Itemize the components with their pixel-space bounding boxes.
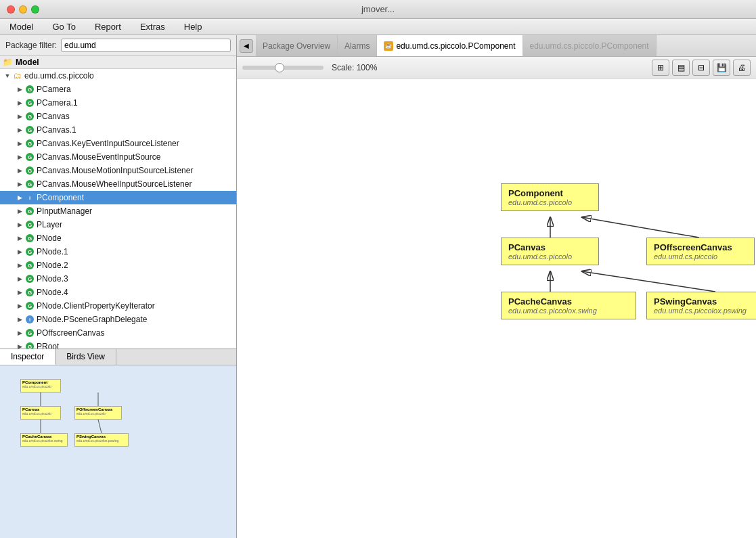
tree-view[interactable]: ▼ 🗂 edu.umd.cs.piccolo ▶ G PCamera ▶ G P… bbox=[0, 69, 236, 349]
tree-item-mousewheel[interactable]: ▶ G PCanvas.MouseWheelInputSourceListene… bbox=[0, 177, 236, 191]
maximize-button[interactable] bbox=[31, 5, 39, 14]
tree-item-proot[interactable]: ▶ G PRoot bbox=[0, 340, 236, 349]
tree-item-pnode3[interactable]: ▶ G PNode.3 bbox=[0, 272, 236, 286]
toolbar-btn-5[interactable]: 🖨 bbox=[733, 60, 751, 76]
package-filter-input[interactable] bbox=[61, 39, 231, 52]
node-title-pcache: PCacheCanvas bbox=[508, 296, 629, 307]
scale-label: Scale: 100% bbox=[332, 63, 377, 72]
minimap-svg bbox=[7, 372, 190, 528]
diagram-canvas[interactable]: PComponent edu.umd.cs.piccolo PCanvas ed… bbox=[237, 79, 756, 538]
tab-birds-view[interactable]: Birds View bbox=[55, 349, 116, 365]
main-layout: Package filter: 📁 Model ▼ 🗂 edu.umd.cs.p… bbox=[0, 35, 756, 538]
tree-item-piccolo-folder[interactable]: ▼ 🗂 edu.umd.cs.piccolo bbox=[0, 69, 236, 83]
class-g-icon-6: G bbox=[24, 152, 35, 162]
class-g-icon-9: G bbox=[24, 206, 35, 216]
class-g-icon-7: G bbox=[24, 166, 35, 175]
tab-inspector[interactable]: Inspector bbox=[0, 349, 55, 365]
tab-pcomponent-active[interactable]: ☕ edu.umd.cs.piccolo.PComponent bbox=[377, 35, 522, 56]
minimap-node-poffscreen-mini: POffscreenCanvas edu.umd.cs.piccolo bbox=[74, 406, 122, 420]
class-g-icon-10: G bbox=[24, 220, 35, 229]
class-g-icon-16: G bbox=[24, 301, 35, 311]
class-g-icon-4: G bbox=[24, 125, 35, 135]
node-pkg-pswing: edu.umd.cs.piccolox.pswing bbox=[654, 307, 756, 315]
expand-pcamera1[interactable]: ▶ bbox=[15, 98, 24, 108]
tree-item-pnode[interactable]: ▶ G PNode bbox=[0, 231, 236, 245]
titlebar: jmover... bbox=[0, 0, 756, 19]
tree-item-mousemotion[interactable]: ▶ G PCanvas.MouseMotionInputSourceListen… bbox=[0, 164, 236, 177]
tree-item-label: edu.umd.cs.piccolo bbox=[24, 71, 94, 81]
window-title: jmover... bbox=[361, 4, 395, 14]
left-panel: Package filter: 📁 Model ▼ 🗂 edu.umd.cs.p… bbox=[0, 35, 237, 538]
tab-pcomponent-inactive[interactable]: edu.umd.cs.piccolo.PComponent bbox=[523, 35, 657, 56]
class-g-icon-14: G bbox=[24, 274, 35, 284]
svg-line-3 bbox=[98, 420, 102, 433]
tab-package-overview-label: Package Overview bbox=[263, 41, 330, 51]
node-pkg-pcanvas: edu.umd.cs.piccolo bbox=[508, 252, 592, 261]
menu-model[interactable]: Model bbox=[5, 20, 37, 33]
scale-thumb[interactable] bbox=[275, 63, 284, 72]
package-filter-row: Package filter: bbox=[0, 35, 236, 56]
bottom-tabs: Inspector Birds View bbox=[0, 349, 236, 365]
node-pkg-poffscreen: edu.umd.cs.piccolo bbox=[654, 252, 747, 261]
tree-item-pcomponent[interactable]: ▶ i PComponent bbox=[0, 191, 236, 204]
tab-class-icon: ☕ bbox=[384, 41, 393, 51]
tab-back-button[interactable]: ◀ bbox=[240, 39, 253, 53]
model-folder-icon: 📁 bbox=[3, 58, 13, 67]
tree-item-keyevent[interactable]: ▶ G PCanvas.KeyEventInputSourceListener bbox=[0, 137, 236, 150]
class-g-icon-17: G bbox=[24, 328, 35, 338]
scale-slider[interactable] bbox=[242, 66, 324, 70]
class-g-icon-5: G bbox=[24, 139, 35, 148]
tree-item-pnode1[interactable]: ▶ G PNode.1 bbox=[0, 245, 236, 259]
menu-report[interactable]: Report bbox=[91, 20, 125, 33]
model-header: 📁 Model bbox=[0, 56, 236, 69]
expand-piccolo[interactable]: ▼ bbox=[3, 71, 12, 81]
tab-package-overview[interactable]: Package Overview bbox=[256, 35, 338, 56]
class-g-icon-18: G bbox=[24, 342, 35, 349]
birds-view-content: PComponent edu.umd.cs.piccolo PCanvas ed… bbox=[0, 365, 236, 538]
toolbar-btn-1[interactable]: ⊞ bbox=[652, 60, 669, 76]
tree-item-mouseevent[interactable]: ▶ G PCanvas.MouseEventInputSource bbox=[0, 150, 236, 164]
close-button[interactable] bbox=[7, 5, 15, 14]
model-root-label: Model bbox=[16, 58, 39, 67]
tree-item-pnode-psgd[interactable]: ▶ i PNode.PSceneGraphDelegate bbox=[0, 313, 236, 326]
uml-node-pcache[interactable]: PCacheCanvas edu.umd.cs.piccolox.swing bbox=[501, 292, 636, 319]
tree-item-pcanvas[interactable]: ▶ G PCanvas bbox=[0, 110, 236, 123]
class-g-icon-3: G bbox=[24, 112, 35, 121]
menu-goto[interactable]: Go To bbox=[48, 20, 79, 33]
tree-item-player[interactable]: ▶ G PLayer bbox=[0, 218, 236, 231]
uml-node-pcanvas[interactable]: PCanvas edu.umd.cs.piccolo bbox=[501, 238, 599, 265]
tree-item-pcamera[interactable]: ▶ G PCamera bbox=[0, 83, 236, 96]
tree-item-poffscreen[interactable]: ▶ G POffscreenCanvas bbox=[0, 326, 236, 340]
right-panel: ◀ Package Overview Alarms ☕ edu.umd.cs.p… bbox=[237, 35, 756, 538]
expand-pcamera[interactable]: ▶ bbox=[15, 85, 24, 94]
menu-help[interactable]: Help bbox=[180, 20, 206, 33]
node-title-poffscreen: POffscreenCanvas bbox=[654, 242, 747, 252]
tree-item-pcanvas1[interactable]: ▶ G PCanvas.1 bbox=[0, 123, 236, 137]
svg-line-9 bbox=[582, 271, 715, 292]
tree-item-pnode4[interactable]: ▶ G PNode.4 bbox=[0, 286, 236, 299]
tree-item-pnode-cpki[interactable]: ▶ G PNode.ClientPropertyKeyIterator bbox=[0, 299, 236, 313]
uml-node-pcomponent[interactable]: PComponent edu.umd.cs.piccolo bbox=[501, 183, 599, 211]
uml-node-pswing[interactable]: PSwingCanvas edu.umd.cs.piccolox.pswing bbox=[646, 292, 756, 319]
minimap-node-pcanvas: PCanvas edu.umd.cs.piccolo bbox=[20, 406, 61, 420]
toolbar-btn-2[interactable]: ▤ bbox=[672, 60, 690, 76]
tab-alarms[interactable]: Alarms bbox=[338, 35, 377, 56]
bottom-panel: Inspector Birds View PComponent edu.umd.… bbox=[0, 349, 236, 538]
tree-item-pcamera1[interactable]: ▶ G PCamera.1 bbox=[0, 96, 236, 110]
class-g-icon: G bbox=[24, 85, 35, 94]
tree-area: 📁 Model ▼ 🗂 edu.umd.cs.piccolo ▶ G PCame… bbox=[0, 56, 236, 349]
toolbar-btn-3[interactable]: ⊟ bbox=[692, 60, 710, 76]
tree-item-pinputmanager[interactable]: ▶ G PInputManager bbox=[0, 204, 236, 218]
minimize-button[interactable] bbox=[19, 5, 27, 14]
minimap: PComponent edu.umd.cs.piccolo PCanvas ed… bbox=[7, 372, 190, 528]
uml-node-poffscreen[interactable]: POffscreenCanvas edu.umd.cs.piccolo bbox=[646, 238, 755, 265]
tab-pcomponent-active-label: edu.umd.cs.piccolo.PComponent bbox=[396, 41, 515, 51]
menu-extras[interactable]: Extras bbox=[136, 20, 169, 33]
diagram-toolbar: Scale: 100% ⊞ ▤ ⊟ 💾 🖨 bbox=[237, 57, 756, 79]
tree-item-pnode2[interactable]: ▶ G PNode.2 bbox=[0, 259, 236, 272]
node-title-pcanvas: PCanvas bbox=[508, 242, 592, 252]
toolbar-btn-4[interactable]: 💾 bbox=[713, 60, 730, 76]
node-pkg-pcomponent: edu.umd.cs.piccolo bbox=[508, 198, 592, 206]
window-controls[interactable] bbox=[7, 5, 39, 14]
node-pkg-pcache: edu.umd.cs.piccolox.swing bbox=[508, 307, 629, 315]
